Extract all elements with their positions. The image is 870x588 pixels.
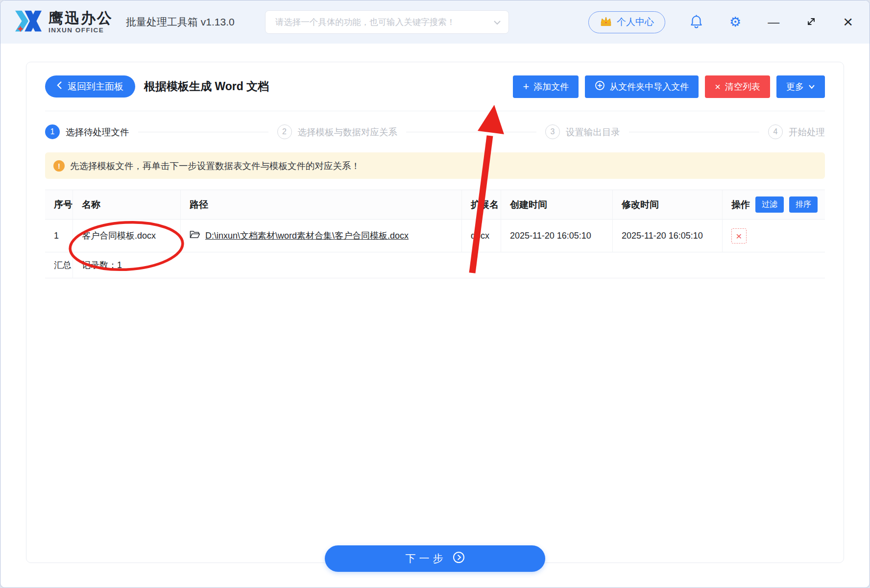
brand-logo-icon — [13, 8, 44, 36]
col-header-name: 名称 — [72, 190, 180, 220]
file-path-link[interactable]: D:\inxun\文档素材\word素材合集\客户合同模板.docx — [205, 230, 409, 242]
brand-name-cn: 鹰迅办公 — [48, 10, 113, 26]
row-name: 客户合同模板.docx — [72, 220, 180, 252]
clear-list-label: 清空列表 — [725, 81, 760, 93]
plus-icon: + — [523, 81, 529, 92]
search-input[interactable] — [265, 10, 509, 34]
col-header-modified: 修改时间 — [612, 190, 722, 220]
step-number: 4 — [768, 124, 783, 139]
chevron-down-icon — [808, 81, 815, 92]
chevron-left-icon — [57, 81, 62, 92]
function-search — [265, 10, 509, 34]
next-step-button[interactable]: 下一步 — [325, 545, 545, 572]
row-index: 1 — [45, 220, 72, 252]
step-connector — [138, 132, 268, 132]
app-title: 批量处理工具箱 v1.13.0 — [126, 15, 235, 29]
row-actions: × — [722, 220, 825, 252]
step-label: 选择待处理文件 — [66, 126, 129, 138]
notice-banner: ! 先选择模板文件，再单击下一步设置数据表文件与模板文件的对应关系！ — [45, 152, 825, 179]
crown-icon — [600, 16, 612, 29]
step-indicator: 1 选择待处理文件 2 选择模板与数据对应关系 3 设置输出目录 4 开始处理 — [45, 124, 825, 139]
step-connector — [406, 132, 536, 132]
circle-arrow-right-icon — [453, 551, 465, 566]
delete-row-button[interactable]: × — [731, 228, 747, 244]
next-step-label: 下一步 — [406, 552, 447, 565]
import-from-folder-button[interactable]: 从文件夹中导入文件 — [585, 75, 699, 98]
clear-list-button[interactable]: × 清空列表 — [705, 75, 770, 98]
titlebar: 鹰迅办公 INXUN OFFICE 批量处理工具箱 v1.13.0 个 — [0, 0, 870, 44]
notice-text: 先选择模板文件，再单击下一步设置数据表文件与模板文件的对应关系！ — [70, 160, 360, 172]
summary-value: 记录数：1 — [72, 252, 825, 278]
user-center-button[interactable]: 个人中心 — [588, 11, 665, 33]
step-label: 设置输出目录 — [566, 126, 620, 138]
step-number: 2 — [277, 124, 292, 139]
actions-header-label: 操作 — [731, 198, 750, 211]
row-modified: 2025-11-20 16:05:10 — [612, 220, 722, 252]
summary-label: 汇总 — [45, 252, 72, 278]
col-header-ext: 扩展名 — [461, 190, 501, 220]
step-number: 1 — [45, 124, 60, 139]
step-2-template-mapping: 2 选择模板与数据对应关系 — [277, 124, 398, 139]
step-3-output-dir: 3 设置输出目录 — [545, 124, 620, 139]
x-icon: × — [715, 82, 721, 92]
back-label: 返回到主面板 — [68, 80, 123, 93]
row-ext: docx — [461, 220, 501, 252]
filter-button[interactable]: 过滤 — [755, 196, 784, 213]
step-label: 选择模板与数据对应关系 — [298, 126, 398, 138]
row-path: D:\inxun\文档素材\word素材合集\客户合同模板.docx — [180, 220, 461, 252]
step-connector — [629, 132, 759, 132]
notifications-button[interactable] — [688, 12, 705, 32]
add-file-label: 添加文件 — [533, 81, 569, 93]
col-header-path: 路径 — [180, 190, 461, 220]
col-header-actions: 操作 过滤 排序 — [722, 190, 825, 220]
import-folder-label: 从文件夹中导入文件 — [609, 81, 689, 93]
minimize-button[interactable]: — — [766, 14, 781, 30]
titlebar-right: 个人中心 ⚙ — — [588, 11, 855, 33]
bell-icon — [690, 14, 703, 30]
add-file-button[interactable]: + 添加文件 — [513, 75, 579, 98]
more-button[interactable]: 更多 — [776, 75, 825, 98]
page-header: 返回到主面板 根据模板生成 Word 文档 + 添加文件 从文件夹中导入文件 — [45, 62, 825, 111]
close-icon: × — [736, 231, 742, 241]
folder-icon — [190, 230, 200, 242]
back-to-dashboard-button[interactable]: 返回到主面板 — [45, 75, 135, 98]
main-card: 返回到主面板 根据模板生成 Word 文档 + 添加文件 从文件夹中导入文件 — [26, 62, 844, 563]
col-header-created: 创建时间 — [501, 190, 612, 220]
step-number: 3 — [545, 124, 560, 139]
circle-plus-icon — [595, 80, 605, 93]
step-4-start: 4 开始处理 — [768, 124, 825, 139]
page-title: 根据模板生成 Word 文档 — [144, 79, 269, 94]
close-icon: × — [843, 15, 853, 28]
warning-icon: ! — [53, 160, 65, 172]
maximize-button[interactable] — [804, 14, 819, 30]
user-center-label: 个人中心 — [617, 16, 654, 28]
brand-text: 鹰迅办公 INXUN OFFICE — [48, 10, 113, 34]
sort-button[interactable]: 排序 — [789, 196, 818, 213]
gear-icon: ⚙ — [729, 16, 741, 29]
settings-button[interactable]: ⚙ — [727, 14, 743, 31]
row-created: 2025-11-20 16:05:10 — [501, 220, 612, 252]
app-window: 鹰迅办公 INXUN OFFICE 批量处理工具箱 v1.13.0 个 — [0, 0, 870, 588]
minimize-icon: — — [768, 16, 779, 28]
step-1-select-files: 1 选择待处理文件 — [45, 124, 129, 139]
file-table: 序号 名称 路径 扩展名 创建时间 修改时间 操作 过滤 排序 1 客户合同模板… — [45, 190, 825, 278]
brand: 鹰迅办公 INXUN OFFICE — [13, 8, 113, 36]
maximize-icon — [806, 16, 817, 28]
brand-name-en: INXUN OFFICE — [48, 27, 113, 34]
col-header-index: 序号 — [45, 190, 72, 220]
step-label: 开始处理 — [789, 126, 825, 138]
more-label: 更多 — [786, 81, 804, 93]
close-button[interactable]: × — [841, 13, 855, 30]
chevron-down-icon[interactable] — [493, 19, 501, 27]
